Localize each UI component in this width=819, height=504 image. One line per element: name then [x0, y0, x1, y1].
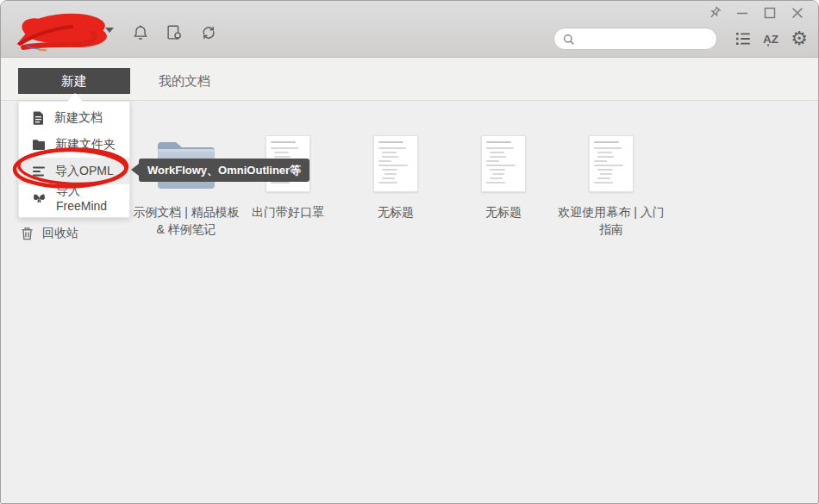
menu-item-new-document[interactable]: 新建文档	[19, 104, 129, 131]
list-view-icon[interactable]	[734, 30, 753, 47]
item-label: 欢迎使用幕布 | 入门指南	[558, 203, 665, 239]
item-label: 出门带好口罩	[234, 203, 341, 221]
recycle-bin[interactable]: 回收站	[21, 225, 78, 242]
svg-text:AZ: AZ	[763, 33, 778, 46]
close-button[interactable]	[788, 4, 807, 22]
toolbar: AZ ⚙	[1, 1, 818, 58]
grid-item-document[interactable]: 无标题	[342, 128, 449, 221]
account-caret-icon[interactable]	[105, 28, 114, 33]
menu-item-label: 新建文件夹	[55, 137, 116, 152]
new-document-icon	[32, 111, 45, 125]
tooltip: WorkFlowy、OmniOutliner等	[139, 159, 309, 182]
document-thumbnail[interactable]	[373, 135, 418, 192]
document-thumbnail[interactable]	[481, 135, 526, 192]
app-window: AZ ⚙ 新建 我的文档 示例文档	[0, 0, 819, 504]
new-dropdown-menu: 新建文档 新建文件夹 导入OPML 导入FreeMind	[18, 101, 130, 218]
menu-item-label: 导入OPML	[55, 164, 114, 179]
minimize-button[interactable]	[733, 4, 752, 22]
sort-az-icon[interactable]: AZ	[760, 28, 783, 49]
freemind-butterfly-icon	[32, 191, 47, 204]
tab-bar: 新建 我的文档	[1, 59, 818, 101]
recycle-bin-label: 回收站	[42, 226, 78, 241]
menu-item-label: 导入FreeMind	[56, 184, 129, 213]
search-input[interactable]	[578, 29, 712, 48]
item-label: 无标题	[342, 203, 449, 221]
feedback-document-icon[interactable]	[164, 22, 184, 43]
pin-window-icon[interactable]	[705, 4, 724, 22]
grid-item-document[interactable]: 无标题	[450, 128, 557, 221]
sync-refresh-icon[interactable]	[198, 22, 219, 43]
tab-my-documents[interactable]: 我的文档	[159, 68, 210, 94]
new-button[interactable]: 新建	[18, 68, 130, 94]
new-folder-icon	[32, 139, 46, 151]
item-label: 示例文档 | 精品模板 & 样例笔记	[133, 203, 240, 239]
menu-notch	[67, 93, 83, 102]
grid-item-document[interactable]: 欢迎使用幕布 | 入门指南	[558, 128, 665, 239]
menu-item-new-folder[interactable]: 新建文件夹	[19, 131, 129, 158]
menu-item-label: 新建文档	[54, 110, 103, 126]
document-thumbnail[interactable]	[589, 135, 634, 192]
notifications-bell-icon[interactable]	[130, 22, 151, 43]
menu-item-import-opml[interactable]: 导入OPML	[19, 158, 129, 184]
item-label: 无标题	[450, 203, 557, 221]
menu-item-import-freemind[interactable]: 导入FreeMind	[19, 184, 129, 211]
trash-icon	[21, 227, 34, 240]
grid-item-folder[interactable]: 示例文档 | 精品模板 & 样例笔记	[133, 128, 240, 239]
maximize-button[interactable]	[760, 4, 779, 22]
account-button[interactable]	[14, 9, 104, 49]
search-icon	[562, 33, 576, 47]
search-box	[553, 28, 717, 50]
settings-gear-icon[interactable]: ⚙	[789, 28, 810, 50]
tooltip-arrow	[131, 164, 139, 176]
opml-outline-icon	[32, 165, 46, 177]
